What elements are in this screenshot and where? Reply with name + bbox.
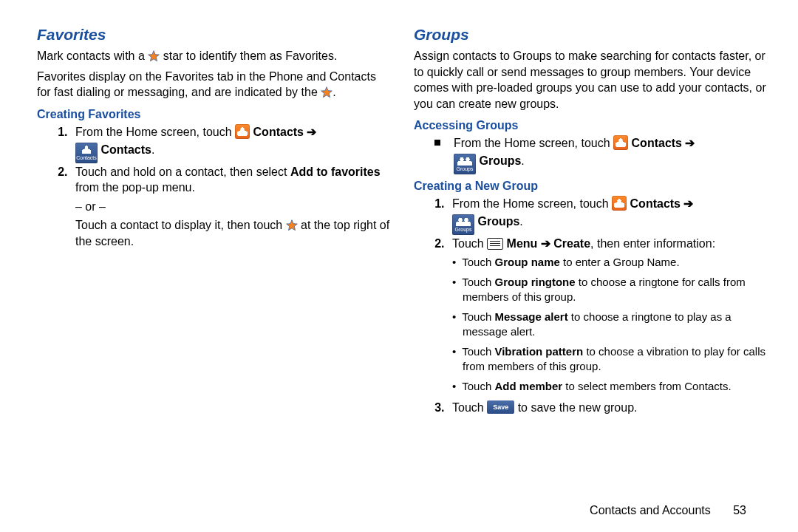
period: . bbox=[519, 215, 522, 228]
page-footer: Contacts and Accounts 53 bbox=[37, 501, 768, 517]
text: Touch and hold on a contact, then select bbox=[75, 166, 290, 178]
text: to save the new group. bbox=[518, 401, 638, 414]
creating-group-heading: Creating a New Group bbox=[414, 180, 768, 193]
bold-text: Group ringtone bbox=[494, 276, 575, 288]
bold-text: Group name bbox=[494, 256, 559, 268]
creating-group-steps: From the Home screen, touch Contacts ➔ G… bbox=[414, 196, 768, 251]
groups-intro: Assign contacts to Groups to make search… bbox=[414, 48, 768, 112]
text: to enter a Group Name. bbox=[560, 256, 680, 268]
contacts-app-icon bbox=[612, 196, 627, 211]
text: Touch bbox=[462, 276, 494, 288]
bold-text: Add to favorites bbox=[290, 166, 381, 178]
arrow-icon: ➔ bbox=[685, 137, 695, 149]
save-button-icon: Save bbox=[487, 400, 514, 414]
svg-marker-0 bbox=[149, 50, 160, 61]
period: . bbox=[521, 154, 524, 167]
star-icon bbox=[286, 219, 298, 231]
text: , then enter information: bbox=[590, 237, 715, 250]
create-label: Create bbox=[553, 237, 590, 250]
text: to select members from Contacts. bbox=[562, 380, 731, 392]
arrow-icon: ➔ bbox=[683, 197, 693, 210]
groups-tab-icon: Groups bbox=[452, 214, 474, 235]
favorites-intro-1: Mark contacts with a star to identify th… bbox=[37, 48, 392, 64]
menu-icon bbox=[487, 238, 503, 250]
bold-text: Vibration pattern bbox=[494, 345, 583, 358]
svg-marker-2 bbox=[286, 220, 297, 231]
text: Touch bbox=[462, 310, 494, 323]
favorites-heading: Favorites bbox=[37, 26, 392, 44]
step-2: Touch and hold on a contact, then select… bbox=[71, 164, 392, 196]
text: star to identify them as Favorites. bbox=[163, 50, 338, 62]
create-step-2: Touch Menu ➔ Create, then enter informat… bbox=[448, 236, 768, 252]
groups-tab-label: Groups bbox=[479, 154, 521, 167]
arrow-icon: ➔ bbox=[307, 126, 316, 138]
contacts-app-icon bbox=[613, 135, 628, 150]
arrow-icon: ➔ bbox=[541, 237, 550, 250]
favorites-intro-2: Favorites display on the Favorites tab i… bbox=[37, 69, 392, 100]
create-step-3: Touch Save to save the new group. bbox=[448, 400, 768, 416]
bold-text: Message alert bbox=[494, 310, 567, 323]
accessing-groups-heading: Accessing Groups bbox=[414, 119, 768, 132]
star-icon bbox=[321, 86, 332, 98]
group-info-bullets: Touch Group name to enter a Group Name. … bbox=[452, 255, 768, 394]
groups-tab-icon: Groups bbox=[454, 154, 476, 174]
contacts-tab-label: Contacts bbox=[100, 143, 151, 156]
bold-text: Add member bbox=[494, 380, 562, 392]
text: from the pop-up menu. bbox=[75, 181, 195, 194]
text: From the Home screen, touch bbox=[75, 126, 235, 138]
create-step-1: From the Home screen, touch Contacts ➔ G… bbox=[448, 196, 768, 233]
text: Touch bbox=[452, 237, 487, 250]
footer-section: Contacts and Accounts bbox=[590, 504, 711, 516]
text: From the Home screen, touch bbox=[452, 197, 612, 210]
text: Touch bbox=[462, 380, 494, 392]
svg-marker-1 bbox=[321, 87, 332, 98]
bullet-add-member: Touch Add member to select members from … bbox=[452, 379, 768, 394]
text: From the Home screen, touch bbox=[454, 137, 613, 149]
text: Touch bbox=[462, 345, 494, 358]
groups-tab-label: Groups bbox=[477, 215, 519, 228]
right-column: Groups Assign contacts to Groups to make… bbox=[414, 26, 768, 501]
period: . bbox=[151, 143, 154, 156]
bullet-message-alert: Touch Message alert to choose a ringtone… bbox=[452, 310, 768, 338]
contacts-label: Contacts bbox=[630, 197, 681, 210]
step-1: From the Home screen, touch Contacts ➔ C… bbox=[71, 124, 392, 161]
period: . bbox=[332, 86, 335, 98]
creating-favorites-steps: From the Home screen, touch Contacts ➔ C… bbox=[37, 124, 392, 196]
contacts-tab-icon: Contacts bbox=[75, 143, 98, 163]
left-column: Favorites Mark contacts with a star to i… bbox=[37, 26, 392, 501]
accessing-groups-steps: From the Home screen, touch Contacts ➔ G… bbox=[414, 135, 768, 172]
text: Touch bbox=[452, 401, 487, 414]
or-divider: – or – bbox=[75, 199, 392, 215]
creating-group-steps-cont: Touch Save to save the new group. bbox=[414, 400, 768, 416]
contacts-label: Contacts bbox=[632, 137, 682, 149]
alt-step: Touch a contact to display it, then touc… bbox=[75, 217, 392, 249]
contacts-app-icon bbox=[235, 124, 250, 139]
bullet-vibration: Touch Vibration pattern to choose a vibr… bbox=[452, 344, 768, 373]
text: Touch bbox=[462, 256, 494, 268]
bullet-group-name: Touch Group name to enter a Group Name. bbox=[452, 255, 768, 270]
star-icon bbox=[148, 50, 160, 62]
contacts-label: Contacts bbox=[253, 126, 304, 138]
text: Touch a contact to display it, then touc… bbox=[75, 219, 286, 231]
creating-favorites-heading: Creating Favorites bbox=[37, 108, 392, 121]
text: Mark contacts with a bbox=[37, 50, 148, 62]
bullet-group-ringtone: Touch Group ringtone to choose a rington… bbox=[452, 275, 768, 304]
groups-heading: Groups bbox=[414, 26, 768, 44]
page-number: 53 bbox=[733, 504, 746, 516]
menu-label: Menu bbox=[507, 237, 538, 250]
access-step: From the Home screen, touch Contacts ➔ G… bbox=[448, 135, 768, 172]
